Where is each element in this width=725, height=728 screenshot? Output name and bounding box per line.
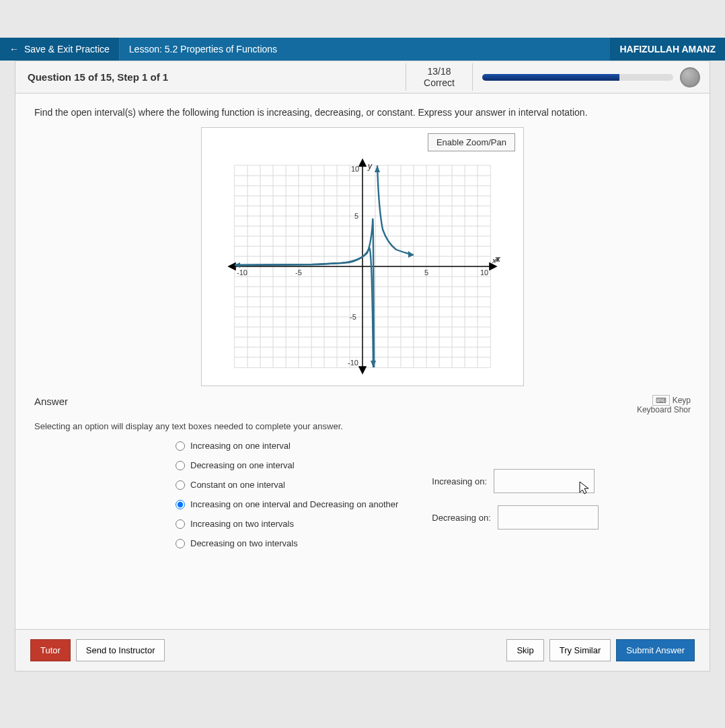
inputs-column: Increasing on: Decreasing on:	[432, 469, 613, 548]
svg-text:x: x	[496, 254, 501, 264]
lesson-header: ← Save & Exit Practice Lesson: 5.2 Prope…	[0, 38, 725, 61]
score-correct: Correct	[406, 77, 472, 89]
radio-decreasing-one[interactable]	[176, 461, 185, 470]
decreasing-input[interactable]	[498, 505, 599, 530]
radio-increasing-two[interactable]	[176, 519, 185, 529]
tutor-button[interactable]: Tutor	[30, 639, 71, 661]
decreasing-label: Decreasing on:	[432, 513, 490, 523]
decreasing-row: Decreasing on:	[432, 505, 613, 530]
svg-marker-151	[359, 159, 366, 166]
content-area: Find the open interval(s) where the foll…	[15, 94, 710, 555]
radio-decreasing-two[interactable]	[176, 539, 185, 548]
back-arrow-icon: ←	[9, 44, 19, 54]
svg-text:y: y	[367, 161, 373, 171]
increasing-label: Increasing on:	[432, 476, 487, 486]
svg-text:-5: -5	[350, 313, 356, 321]
save-exit-button[interactable]: ← Save & Exit Practice	[0, 38, 120, 61]
options-column: Increasing on one interval Decreasing on…	[176, 441, 398, 548]
keypad-hint: ⌨Keyp Keyboard Shor	[637, 396, 691, 414]
svg-marker-152	[359, 367, 366, 373]
svg-text:-10: -10	[237, 268, 247, 277]
skip-button[interactable]: Skip	[506, 639, 543, 661]
svg-text:-10: -10	[348, 359, 358, 367]
option-inc-dec[interactable]: Increasing on one interval and Decreasin…	[176, 499, 398, 509]
graph-area: Enable Zoom/Pan	[34, 127, 691, 386]
svg-text:-5: -5	[295, 268, 302, 277]
help-icon[interactable]	[680, 67, 700, 87]
option-decreasing-two[interactable]: Decreasing on two intervals	[176, 538, 398, 548]
submit-answer-button[interactable]: Submit Answer	[616, 639, 695, 661]
radio-inc-dec[interactable]	[176, 500, 185, 509]
question-bar: Question 15 of 15, Step 1 of 1 13/18 Cor…	[15, 61, 710, 94]
enable-zoom-button[interactable]: Enable Zoom/Pan	[428, 133, 515, 151]
save-exit-label: Save & Exit Practice	[24, 44, 110, 54]
radio-increasing-one[interactable]	[176, 441, 185, 451]
question-label: Question 15 of 15, Step 1 of 1	[15, 71, 406, 83]
svg-text:10: 10	[480, 268, 488, 277]
answer-options-grid: Increasing on one interval Decreasing on…	[34, 441, 691, 548]
increasing-input[interactable]	[494, 469, 595, 493]
score-fraction: 13/18	[406, 66, 472, 77]
lesson-title: Lesson: 5.2 Properties of Functions	[120, 38, 611, 61]
function-graph[interactable]: y x 10 5 -5 -10 -10 -5 5 10	[218, 155, 507, 377]
progress-bar	[482, 74, 673, 81]
send-instructor-button[interactable]: Send to Instructor	[76, 639, 165, 661]
svg-text:5: 5	[424, 268, 428, 277]
progress-wrap	[473, 67, 710, 87]
question-prompt: Find the open interval(s) where the foll…	[34, 107, 691, 118]
progress-fill	[482, 74, 619, 81]
keypad-icon[interactable]: ⌨	[652, 395, 670, 406]
browser-chrome-spacer	[0, 0, 725, 38]
try-similar-button[interactable]: Try Similar	[549, 639, 611, 661]
svg-text:5: 5	[354, 212, 358, 220]
option-increasing-one[interactable]: Increasing on one interval	[176, 441, 398, 451]
answer-heading: Answer	[34, 396, 68, 407]
selection-hint: Selecting an option will display any tex…	[34, 421, 691, 431]
option-decreasing-one[interactable]: Decreasing on one interval	[176, 460, 398, 470]
graph-box: Enable Zoom/Pan	[201, 127, 524, 386]
option-constant-one[interactable]: Constant on one interval	[176, 480, 398, 490]
option-increasing-two[interactable]: Increasing on two intervals	[176, 519, 398, 529]
main-panel: Question 15 of 15, Step 1 of 1 13/18 Cor…	[15, 61, 710, 671]
footer-bar: Tutor Send to Instructor Skip Try Simila…	[15, 629, 710, 671]
user-name: HAFIZULLAH AMANZ	[610, 38, 725, 61]
svg-text:10: 10	[351, 165, 359, 173]
svg-marker-150	[229, 263, 235, 270]
score-box: 13/18 Correct	[406, 63, 473, 92]
radio-constant-one[interactable]	[176, 480, 185, 490]
increasing-row: Increasing on:	[432, 469, 613, 493]
